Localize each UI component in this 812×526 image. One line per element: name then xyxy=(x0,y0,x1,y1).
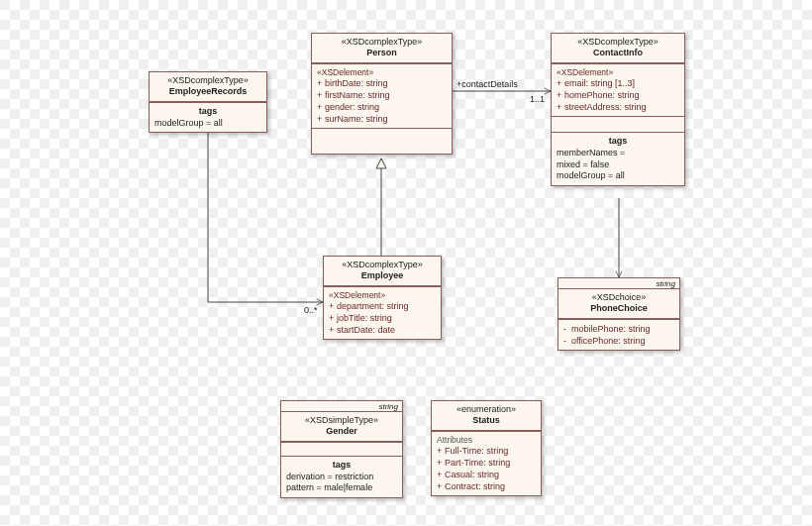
tags-section: tags memberNames = mixed = false modelGr… xyxy=(552,132,684,185)
class-name: Gender xyxy=(285,426,398,437)
class-name: Person xyxy=(316,48,448,58)
class-header: «XSDchoice» PhoneChoice xyxy=(558,288,679,319)
class-name: Employee xyxy=(328,270,437,281)
class-header: «XSDsimpleType» Gender xyxy=(281,411,402,442)
tag-item: pattern = male|female xyxy=(286,482,397,494)
attribute: -officePhone: string xyxy=(563,335,674,347)
edge-mult-employee: 0..* xyxy=(304,305,318,315)
role-label: string xyxy=(281,401,402,411)
attributes-section: «XSDelement» +email: string [1..3] +home… xyxy=(552,63,684,116)
class-status[interactable]: «enumeration» Status Attributes +Full-Ti… xyxy=(431,400,542,496)
attr-stereotype: «XSDelement» xyxy=(557,67,679,77)
tag-item: mixed = false xyxy=(557,159,679,171)
tags-title: tags xyxy=(557,136,679,148)
attribute: +homePhone: string xyxy=(557,89,679,101)
attribute: +firstName: string xyxy=(317,89,447,101)
attribute: +jobTitle: string xyxy=(329,312,436,324)
role-label: string xyxy=(558,278,679,288)
attribute: +Casual: string xyxy=(437,469,536,480)
stereotype: «enumeration» xyxy=(436,404,537,415)
stereotype: «XSDcomplexType» xyxy=(556,37,680,48)
tag-item: modelGroup = all xyxy=(557,170,679,182)
empty-section xyxy=(312,128,452,154)
attribute: +startDate: date xyxy=(329,324,436,336)
stereotype: «XSDchoice» xyxy=(562,292,675,303)
class-name: ContactInfo xyxy=(556,48,680,58)
class-gender[interactable]: string «XSDsimpleType» Gender tags deriv… xyxy=(280,400,403,498)
class-header: «XSDcomplexType» Employee xyxy=(324,257,441,286)
attributes-section: -mobilePhone: string -officePhone: strin… xyxy=(558,319,679,350)
tags-section: tags derivation = restriction pattern = … xyxy=(281,456,402,497)
class-header: «XSDcomplexType» Person xyxy=(312,34,452,63)
class-phone-choice[interactable]: string «XSDchoice» PhoneChoice -mobilePh… xyxy=(558,277,680,351)
attr-stereotype: «XSDelement» xyxy=(329,290,436,300)
tags-title: tags xyxy=(154,106,261,118)
tag-item: memberNames = xyxy=(557,148,679,159)
attr-header: Attributes xyxy=(437,435,536,445)
attribute: -mobilePhone: string xyxy=(563,323,674,335)
attribute: +streetAddress: string xyxy=(557,101,679,113)
attributes-section: «XSDelement» +birthDate: string +firstNa… xyxy=(312,63,452,129)
attribute: +Part-Time: string xyxy=(437,457,536,469)
tags-section: tags modelGroup = all xyxy=(150,102,266,133)
diagram-canvas: «XSDcomplexType» EmployeeRecords tags mo… xyxy=(0,0,812,526)
class-person[interactable]: «XSDcomplexType» Person «XSDelement» +bi… xyxy=(311,33,453,155)
class-header: «XSDcomplexType» ContactInfo xyxy=(552,34,684,63)
tag-item: derivation = restriction xyxy=(286,472,397,483)
class-employee-records[interactable]: «XSDcomplexType» EmployeeRecords tags mo… xyxy=(149,71,267,133)
attribute: +department: string xyxy=(329,300,436,312)
edge-label-contact-details: +contactDetails xyxy=(457,79,518,89)
edge-mult-contact-details: 1..1 xyxy=(530,94,545,104)
class-name: PhoneChoice xyxy=(562,303,675,314)
attribute: +gender: string xyxy=(317,101,447,113)
class-name: Status xyxy=(436,415,537,426)
stereotype: «XSDcomplexType» xyxy=(316,37,448,48)
class-header: «XSDcomplexType» EmployeeRecords xyxy=(150,72,266,102)
stereotype: «XSDcomplexType» xyxy=(153,75,262,86)
attributes-section: Attributes +Full-Time: string +Part-Time… xyxy=(432,431,541,496)
empty-section xyxy=(552,116,684,132)
class-employee[interactable]: «XSDcomplexType» Employee «XSDelement» +… xyxy=(323,256,442,340)
attributes-section: «XSDelement» +department: string +jobTit… xyxy=(324,286,441,339)
attribute: +Full-Time: string xyxy=(437,445,536,457)
attribute: +Contract: string xyxy=(437,480,536,492)
empty-section xyxy=(281,442,402,456)
tag-item: modelGroup = all xyxy=(154,118,261,130)
attr-stereotype: «XSDelement» xyxy=(317,67,447,77)
attribute: +surName: string xyxy=(317,113,447,125)
attribute: +email: string [1..3] xyxy=(557,77,679,89)
attribute: +birthDate: string xyxy=(317,77,447,89)
tags-title: tags xyxy=(286,460,397,472)
class-name: EmployeeRecords xyxy=(153,86,262,97)
stereotype: «XSDcomplexType» xyxy=(328,260,437,270)
stereotype: «XSDsimpleType» xyxy=(285,415,398,426)
class-header: «enumeration» Status xyxy=(432,401,541,431)
class-contact-info[interactable]: «XSDcomplexType» ContactInfo «XSDelement… xyxy=(551,33,685,186)
